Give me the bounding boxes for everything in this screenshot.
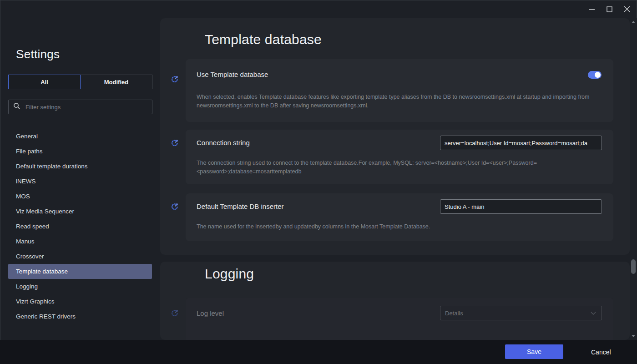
tab-all[interactable]: All <box>8 75 81 89</box>
scroll-down-icon[interactable] <box>632 335 635 337</box>
filter-settings-box[interactable] <box>8 100 152 114</box>
log-level-select[interactable]: Details <box>440 306 602 320</box>
use-template-database-toggle[interactable] <box>588 71 602 79</box>
scroll-up-icon[interactable] <box>632 21 635 23</box>
sidebar-item-default-template-durations[interactable]: Default template durations <box>8 159 152 174</box>
filter-tabs: All Modified <box>8 75 152 89</box>
default-template-db-inserter-input[interactable] <box>440 199 602 214</box>
setting-label: Log level <box>197 309 224 317</box>
scrollbar-thumb[interactable] <box>631 259 636 274</box>
connection-string-input[interactable] <box>440 136 602 150</box>
log-level-value: Details <box>445 310 463 317</box>
footer-bar: Save Cancel <box>0 340 637 364</box>
reset-icon[interactable] <box>170 138 179 147</box>
main-panel: Template database Use Template database … <box>160 18 637 340</box>
reset-icon[interactable] <box>170 202 179 211</box>
minimize-icon[interactable] <box>588 5 595 13</box>
sidebar-item-mos[interactable]: MOS <box>8 189 152 204</box>
filter-settings-input[interactable] <box>25 103 147 111</box>
sidebar-item-viz-media-sequencer[interactable]: Viz Media Sequencer <box>8 204 152 219</box>
section-template-database: Template database Use Template database … <box>160 18 630 255</box>
sidebar-item-manus[interactable]: Manus <box>8 234 152 249</box>
setting-card-log-level: Log level Details <box>186 298 613 340</box>
sidebar-item-vizrt-graphics[interactable]: Vizrt Graphics <box>8 294 152 309</box>
sidebar-item-logging[interactable]: Logging <box>8 279 152 294</box>
section-heading: Logging <box>205 266 254 282</box>
setting-description: The name used for the insertedby and upd… <box>197 222 597 231</box>
chevron-down-icon <box>591 310 596 317</box>
tab-modified[interactable]: Modified <box>81 75 152 89</box>
sidebar-item-generic-rest-drivers[interactable]: Generic REST drivers <box>8 309 152 324</box>
setting-label: Connection string <box>197 139 250 147</box>
close-icon[interactable] <box>623 5 631 13</box>
setting-card-use-template-database: Use Template database When selected, ena… <box>186 59 613 122</box>
setting-card-connection-string: Connection string The connection string … <box>186 130 613 184</box>
section-heading: Template database <box>205 32 322 47</box>
save-button[interactable]: Save <box>505 344 563 359</box>
setting-label: Use Template database <box>197 71 268 78</box>
settings-nav: General File paths Default template dura… <box>8 129 152 324</box>
settings-window: Settings All Modified General File paths… <box>0 0 637 364</box>
reset-icon[interactable] <box>170 308 179 318</box>
setting-card-default-template-db-inserter: Default Template DB inserter The name us… <box>186 193 613 241</box>
sidebar-item-template-database[interactable]: Template database <box>8 264 152 279</box>
page-title: Settings <box>16 47 60 61</box>
toggle-knob <box>595 72 601 78</box>
setting-description: The connection string used to connect to… <box>197 159 597 177</box>
section-logging: Logging Log level Details <box>160 262 630 340</box>
window-controls <box>588 0 637 18</box>
scrollbar[interactable] <box>630 18 637 340</box>
sidebar-item-inews[interactable]: iNEWS <box>8 174 152 189</box>
cancel-button[interactable]: Cancel <box>584 340 618 364</box>
sidebar-item-file-paths[interactable]: File paths <box>8 144 152 159</box>
maximize-icon[interactable] <box>606 5 613 13</box>
setting-description: When selected, enables Template database… <box>197 93 597 111</box>
setting-label: Default Template DB inserter <box>197 202 283 210</box>
sidebar-item-general[interactable]: General <box>8 129 152 144</box>
search-icon <box>13 102 20 111</box>
sidebar: Settings All Modified General File paths… <box>0 18 160 340</box>
reset-icon[interactable] <box>170 75 179 84</box>
sidebar-item-crossover[interactable]: Crossover <box>8 249 152 264</box>
sidebar-item-read-speed[interactable]: Read speed <box>8 219 152 234</box>
